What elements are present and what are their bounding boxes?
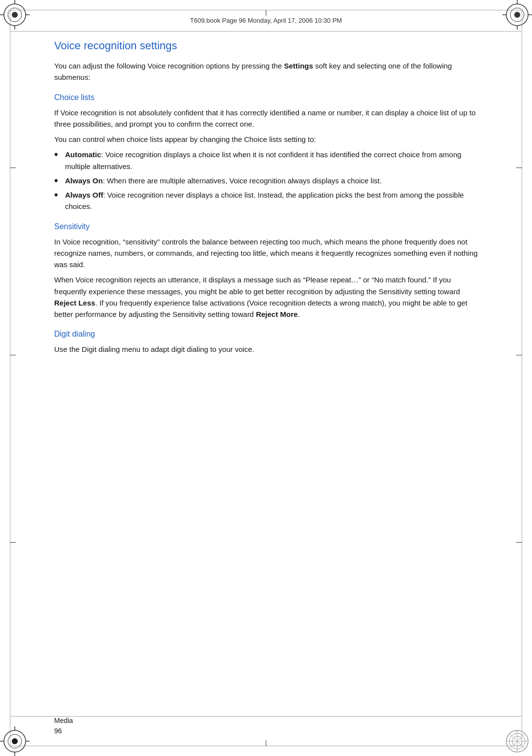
corner-mark-bl <box>0 726 30 756</box>
header-text: T609.book Page 96 Monday, April 17, 2006… <box>190 17 342 24</box>
choice-lists-para-1: If Voice recognition is not absolutely c… <box>54 107 478 130</box>
svg-point-16 <box>12 738 18 744</box>
footer: Media 96 <box>54 716 478 736</box>
tick-right-top <box>516 168 522 168</box>
intro-paragraph: You can adjust the following Voice recog… <box>54 60 478 83</box>
footer-page-number: 96 <box>54 726 478 736</box>
section-heading-digit-dialing: Digit dialing <box>54 330 478 339</box>
section-digit-dialing: Digit dialing Use the Digit dialing menu… <box>54 330 478 355</box>
header-bar: T609.book Page 96 Monday, April 17, 2006… <box>10 10 522 32</box>
tick-bottom-center <box>266 740 266 746</box>
choice-lists-bullets: Automatic: Voice recognition displays a … <box>54 149 478 212</box>
sensitivity-para-2: When Voice recognition rejects an uttera… <box>54 274 478 320</box>
tick-left-mid <box>10 355 16 355</box>
tick-right-bot <box>516 542 522 543</box>
section-heading-choice-lists: Choice lists <box>54 93 478 102</box>
tick-left-bot <box>10 542 16 543</box>
bullet-always-off: Always Off: Voice recognition never disp… <box>54 189 478 212</box>
section-heading-sensitivity: Sensitivity <box>54 222 478 231</box>
corner-mark-br <box>502 726 532 756</box>
footer-section: Media <box>54 716 478 726</box>
main-content: Voice recognition settings You can adjus… <box>54 39 478 707</box>
choice-lists-para-2: You can control when choice lists appear… <box>54 134 478 145</box>
bullet-always-on: Always On: When there are multiple alter… <box>54 175 478 186</box>
section-choice-lists: Choice lists If Voice recognition is not… <box>54 93 478 212</box>
tick-left-top <box>10 168 16 168</box>
sensitivity-para-1: In Voice recognition, “sensitivity” cont… <box>54 236 478 271</box>
bullet-automatic: Automatic: Voice recognition displays a … <box>54 149 478 172</box>
digit-dialing-para-1: Use the Digit dialing menu to adapt digi… <box>54 344 478 355</box>
section-sensitivity: Sensitivity In Voice recognition, “sensi… <box>54 222 478 320</box>
page-title: Voice recognition settings <box>54 39 478 52</box>
tick-right-mid <box>516 355 522 355</box>
